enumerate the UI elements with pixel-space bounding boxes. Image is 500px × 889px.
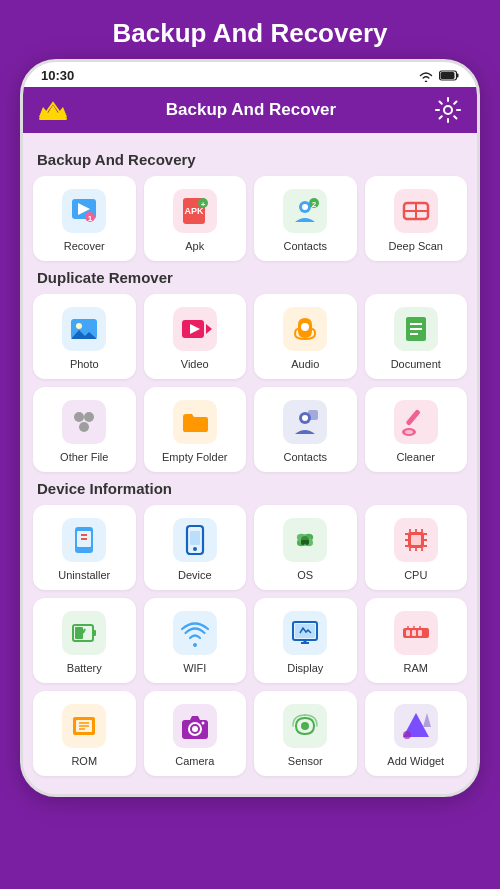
grid-item-sensor[interactable]: Sensor xyxy=(254,691,357,776)
svg-marker-95 xyxy=(423,713,431,727)
svg-rect-47 xyxy=(190,531,200,545)
svg-text:+: + xyxy=(200,200,205,209)
svg-rect-70 xyxy=(93,630,96,636)
svg-point-48 xyxy=(193,547,197,551)
grid-item-display[interactable]: Display xyxy=(254,598,357,683)
label-deepscan: Deep Scan xyxy=(389,240,443,252)
wifi-status-icon xyxy=(418,70,434,82)
grid-item-widget[interactable]: Add Widget xyxy=(365,691,468,776)
grid-item-cleaner[interactable]: Cleaner xyxy=(365,387,468,472)
svg-point-28 xyxy=(301,323,309,331)
svg-point-41 xyxy=(405,430,413,434)
label-camera: Camera xyxy=(175,755,214,767)
settings-icon[interactable] xyxy=(435,97,461,123)
section-duplicate: Duplicate Remover Photo xyxy=(33,269,467,472)
battery-status-icon xyxy=(439,70,459,81)
section-device: Device Information Uninstaller xyxy=(33,480,467,776)
grid-item-emptyfolder[interactable]: Empty Folder xyxy=(144,387,247,472)
grid-duplicate: Photo Video xyxy=(33,294,467,472)
label-wifi: WIFI xyxy=(183,662,206,674)
label-contacts-d: Contacts xyxy=(284,451,327,463)
grid-item-video[interactable]: Video xyxy=(144,294,247,379)
grid-item-deepscan[interactable]: Deep Scan xyxy=(365,176,468,261)
section-title-backup: Backup And Recovery xyxy=(37,151,467,168)
label-recover: Recover xyxy=(64,240,105,252)
top-bar-title: Backup And Recover xyxy=(166,100,336,120)
crown-icon[interactable] xyxy=(39,99,67,121)
label-document: Document xyxy=(391,358,441,370)
svg-point-91 xyxy=(192,726,198,732)
svg-point-92 xyxy=(201,722,204,725)
grid-item-recover[interactable]: 1 Recover xyxy=(33,176,136,261)
grid-item-cpu[interactable]: CPU xyxy=(365,505,468,590)
grid-backup: 1 Recover APK + Apk xyxy=(33,176,467,261)
svg-point-34 xyxy=(84,412,94,422)
svg-point-37 xyxy=(302,415,308,421)
svg-rect-80 xyxy=(418,630,422,636)
svg-rect-38 xyxy=(308,410,318,420)
grid-item-rom[interactable]: ROM xyxy=(33,691,136,776)
svg-text:2: 2 xyxy=(312,200,317,209)
svg-text:1: 1 xyxy=(88,214,93,223)
page-title: Backup And Recovery xyxy=(0,0,500,59)
top-bar: Backup And Recover xyxy=(23,87,477,133)
section-title-device: Device Information xyxy=(37,480,467,497)
label-audio: Audio xyxy=(291,358,319,370)
grid-item-audio[interactable]: Audio xyxy=(254,294,357,379)
svg-rect-56 xyxy=(411,535,421,545)
svg-rect-5 xyxy=(39,117,67,120)
label-emptyfolder: Empty Folder xyxy=(162,451,227,463)
label-contacts-b: Contacts xyxy=(284,240,327,252)
label-ram: RAM xyxy=(404,662,428,674)
svg-rect-79 xyxy=(412,630,416,636)
grid-item-contacts-b[interactable]: 2 Contacts xyxy=(254,176,357,261)
label-sensor: Sensor xyxy=(288,755,323,767)
label-video: Video xyxy=(181,358,209,370)
svg-point-6 xyxy=(444,106,452,114)
status-icons xyxy=(418,70,459,82)
label-apk: Apk xyxy=(185,240,204,252)
svg-point-16 xyxy=(302,204,308,210)
grid-item-device[interactable]: Device xyxy=(144,505,247,590)
svg-point-33 xyxy=(74,412,84,422)
label-uninstaller: Uninstaller xyxy=(58,569,110,581)
phone-frame: 10:30 Backup And Recover xyxy=(20,59,480,797)
label-photo: Photo xyxy=(70,358,99,370)
grid-item-ram[interactable]: RAM xyxy=(365,598,468,683)
svg-rect-39 xyxy=(405,409,420,426)
label-device: Device xyxy=(178,569,212,581)
grid-item-wifi[interactable]: WIFI xyxy=(144,598,247,683)
grid-item-otherfile[interactable]: Other File xyxy=(33,387,136,472)
status-bar: 10:30 xyxy=(23,62,477,87)
label-otherfile: Other File xyxy=(60,451,108,463)
label-display: Display xyxy=(287,662,323,674)
grid-item-uninstaller[interactable]: Uninstaller xyxy=(33,505,136,590)
svg-rect-78 xyxy=(406,630,410,636)
svg-point-23 xyxy=(76,323,82,329)
section-backup: Backup And Recovery 1 Recover xyxy=(33,151,467,261)
grid-item-photo[interactable]: Photo xyxy=(33,294,136,379)
label-cleaner: Cleaner xyxy=(396,451,435,463)
grid-item-apk[interactable]: APK + Apk xyxy=(144,176,247,261)
svg-rect-54 xyxy=(301,540,309,543)
svg-marker-26 xyxy=(206,324,212,334)
label-battery: Battery xyxy=(67,662,102,674)
svg-rect-2 xyxy=(441,72,455,79)
svg-line-73 xyxy=(83,629,85,633)
grid-device: Uninstaller Device xyxy=(33,505,467,776)
svg-rect-1 xyxy=(457,74,459,78)
grid-item-camera[interactable]: Camera xyxy=(144,691,247,776)
svg-point-35 xyxy=(79,422,89,432)
grid-item-document[interactable]: Document xyxy=(365,294,468,379)
label-widget: Add Widget xyxy=(387,755,444,767)
svg-point-93 xyxy=(301,722,309,730)
svg-marker-4 xyxy=(39,105,67,117)
grid-item-battery[interactable]: Battery xyxy=(33,598,136,683)
time: 10:30 xyxy=(41,68,74,83)
label-cpu: CPU xyxy=(404,569,427,581)
label-os: OS xyxy=(297,569,313,581)
grid-item-contacts-d[interactable]: Contacts xyxy=(254,387,357,472)
content: Backup And Recovery 1 Recover xyxy=(23,133,477,794)
grid-item-os[interactable]: OS xyxy=(254,505,357,590)
label-rom: ROM xyxy=(71,755,97,767)
